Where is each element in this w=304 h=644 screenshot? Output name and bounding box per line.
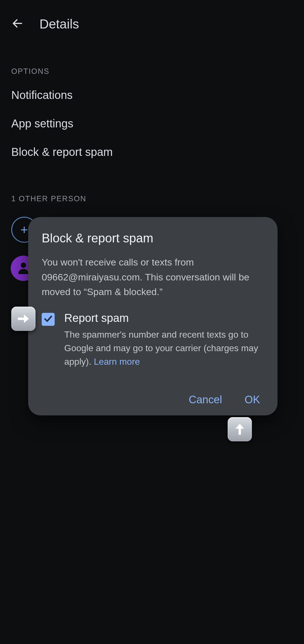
plus-glyph: + bbox=[21, 222, 28, 237]
dialog-body: You won't receive calls or texts from 09… bbox=[42, 255, 264, 299]
check-icon bbox=[43, 314, 53, 325]
back-arrow-icon[interactable] bbox=[11, 17, 24, 31]
option-block-report-spam[interactable]: Block & report spam bbox=[0, 138, 304, 166]
tutorial-arrow-up-icon bbox=[228, 417, 252, 441]
option-app-settings[interactable]: App settings bbox=[0, 109, 304, 138]
ok-button[interactable]: OK bbox=[245, 394, 260, 406]
details-screen: Details OPTIONS Notifications App settin… bbox=[0, 0, 304, 644]
report-spam-description: The spammer's number and recent texts go… bbox=[64, 328, 264, 368]
report-spam-desc-text: The spammer's number and recent texts go… bbox=[64, 329, 258, 367]
learn-more-link[interactable]: Learn more bbox=[94, 357, 140, 367]
block-report-dialog: Block & report spam You won't receive ca… bbox=[28, 217, 278, 415]
report-spam-title: Report spam bbox=[64, 312, 264, 324]
svg-point-1 bbox=[21, 263, 26, 268]
app-bar: Details bbox=[0, 0, 304, 43]
report-spam-checkbox[interactable] bbox=[42, 313, 55, 326]
page-title: Details bbox=[39, 16, 79, 32]
option-notifications[interactable]: Notifications bbox=[0, 81, 304, 109]
dialog-title: Block & report spam bbox=[42, 231, 264, 245]
cancel-button[interactable]: Cancel bbox=[189, 394, 222, 406]
section-label-options: OPTIONS bbox=[0, 43, 304, 81]
tutorial-arrow-right-icon bbox=[11, 307, 35, 331]
section-label-other-person: 1 OTHER PERSON bbox=[0, 166, 304, 208]
